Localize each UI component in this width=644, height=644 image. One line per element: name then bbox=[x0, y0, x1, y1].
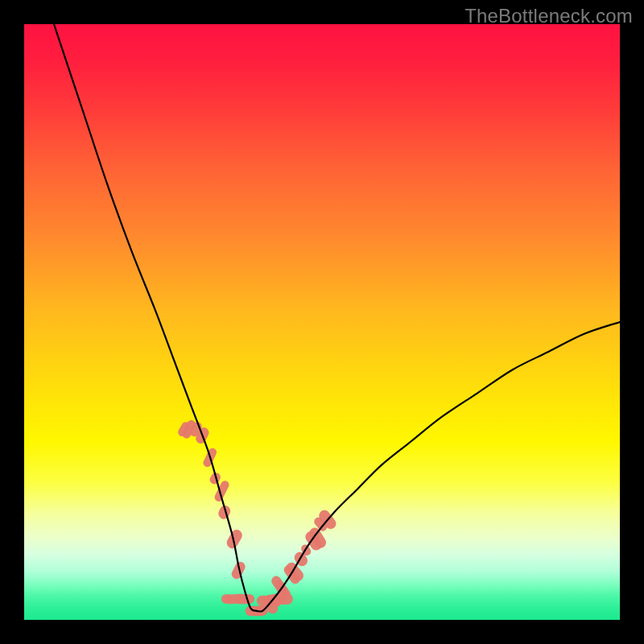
plot-area bbox=[24, 24, 620, 620]
cluster-blob bbox=[271, 593, 293, 605]
bottleneck-curve bbox=[54, 24, 620, 612]
chart-frame: TheBottleneck.com bbox=[0, 0, 644, 644]
chart-svg bbox=[24, 24, 620, 620]
cluster-group bbox=[176, 419, 338, 617]
